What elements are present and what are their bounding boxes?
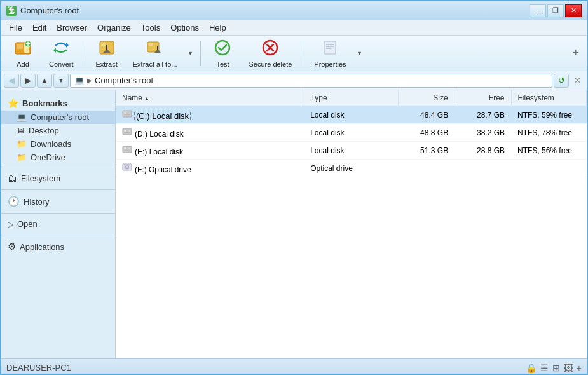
table-row[interactable]: (E:) Local disk Local disk 51.3 GB 28.8 … <box>116 142 587 160</box>
file-free: 38.2 GB <box>455 124 511 142</box>
forward-button[interactable]: ▶ <box>20 74 36 88</box>
sidebar-item-open[interactable]: ▷ Open <box>1 216 115 232</box>
extract-all-label: Extract all to... <box>133 60 177 68</box>
svg-rect-26 <box>124 112 126 114</box>
menu-options[interactable]: Options <box>165 22 204 34</box>
svg-rect-21 <box>324 41 336 54</box>
sidebar-item-downloads[interactable]: 📁 Downloads <box>1 137 115 151</box>
file-icon <box>122 109 135 119</box>
table-row[interactable]: (C:) Local disk Local disk 48.4 GB 28.7 … <box>116 106 587 124</box>
secure-delete-button[interactable]: Secure delete <box>242 38 299 69</box>
path-chevron-1: ▶ <box>87 77 92 84</box>
menu-edit[interactable]: Edit <box>27 22 51 34</box>
menu-organize[interactable]: Organize <box>92 22 136 34</box>
file-free <box>455 160 511 177</box>
file-type: Local disk <box>304 142 398 160</box>
file-filesystem: NTFS, 78% free <box>511 124 587 142</box>
status-plus-icon[interactable]: + <box>577 363 582 373</box>
app-icon: 🗜 <box>6 6 17 16</box>
svg-point-35 <box>128 147 130 149</box>
col-header-name[interactable]: Name <box>116 90 304 106</box>
svg-text:+: + <box>25 39 31 48</box>
sidebar-item-history[interactable]: 🕐 History <box>1 193 115 210</box>
extract-all-button[interactable]: Extract all to... <box>126 38 184 69</box>
up-button[interactable]: ▲ <box>37 74 52 88</box>
table-row[interactable]: (F:) Optical drive Optical drive <box>116 160 587 177</box>
toolbar-add-more[interactable]: + <box>568 46 583 60</box>
file-type: Local disk <box>304 106 398 124</box>
svg-text:🗜: 🗜 <box>8 6 16 15</box>
menu-tools[interactable]: Tools <box>136 22 165 34</box>
svg-marker-7 <box>66 43 69 48</box>
properties-dropdown[interactable]: ▼ <box>353 38 366 69</box>
properties-icon <box>321 39 339 59</box>
bookmarks-header: ⭐ Bookmarks <box>1 95 115 111</box>
close-button[interactable]: ✕ <box>565 4 582 17</box>
file-free: 28.8 GB <box>455 142 511 160</box>
back-button[interactable]: ◀ <box>4 74 19 88</box>
file-table-body: (C:) Local disk Local disk 48.4 GB 28.7 … <box>116 106 587 177</box>
menu-file[interactable]: File <box>4 22 27 34</box>
file-free: 28.7 GB <box>455 106 511 124</box>
toolbar: + Add Convert Extract <box>1 36 587 71</box>
address-bar: ◀ ▶ ▲ ▼ 💻 ▶ Computer's root ↺ ✕ <box>1 71 587 90</box>
downloads-icon: 📁 <box>17 139 27 149</box>
downloads-label: Downloads <box>31 139 71 149</box>
file-icon <box>122 144 135 154</box>
title-bar: 🗜 Computer's root ─ ❐ ✕ <box>1 1 587 20</box>
file-name: (F:) Optical drive <box>116 160 304 177</box>
path-current: Computer's root <box>95 76 153 85</box>
sidebar-item-computers-root[interactable]: 💻 Computer's root <box>1 111 115 124</box>
address-path[interactable]: 💻 ▶ Computer's root <box>70 74 552 88</box>
list-view-icon[interactable]: ☰ <box>540 363 549 373</box>
convert-button[interactable]: Convert <box>42 38 81 69</box>
file-size: 48.8 GB <box>398 124 455 142</box>
file-panel: Name Type Size Free Filesystem (C:) Loca… <box>116 90 587 358</box>
lock-icon[interactable]: 🔒 <box>526 363 537 373</box>
desktop-icon: 🖥 <box>17 126 25 135</box>
path-computer-icon: 💻 <box>74 76 85 85</box>
extract-all-dropdown[interactable]: ▼ <box>184 38 196 69</box>
status-left: DEARUSER-PC1 <box>6 363 71 372</box>
file-filesystem: NTFS, 59% free <box>511 106 587 124</box>
bookmarks-label: Bookmarks <box>22 99 67 108</box>
col-header-type[interactable]: Type <box>304 90 398 106</box>
test-icon <box>214 39 231 59</box>
address-close-button[interactable]: ✕ <box>570 74 584 88</box>
menu-help[interactable]: Help <box>204 22 231 34</box>
sidebar: ⭐ Bookmarks 💻 Computer's root 🖥 Desktop … <box>1 90 116 358</box>
file-type: Local disk <box>304 124 398 142</box>
file-name: (E:) Local disk <box>116 142 304 160</box>
menu-browser[interactable]: Browser <box>51 22 92 34</box>
refresh-button[interactable]: ↺ <box>554 74 569 88</box>
svg-point-17 <box>215 41 229 55</box>
test-button[interactable]: Test <box>205 38 240 69</box>
svg-rect-10 <box>101 43 106 46</box>
restore-button[interactable]: ❐ <box>547 4 564 17</box>
file-size: 48.4 GB <box>398 106 455 124</box>
file-type: Optical drive <box>304 160 398 177</box>
status-bar: DEARUSER-PC1 🔒 ☰ ⊞ 🖼 + <box>1 358 587 375</box>
minimize-button[interactable]: ─ <box>530 4 546 17</box>
sidebar-item-desktop[interactable]: 🖥 Desktop <box>1 124 115 137</box>
col-header-free[interactable]: Free <box>455 90 511 106</box>
add-button[interactable]: + Add <box>5 38 41 69</box>
sidebar-item-onedrive[interactable]: 📁 OneDrive <box>1 151 115 164</box>
svg-rect-14 <box>149 43 153 46</box>
properties-button[interactable]: Properties <box>307 38 353 69</box>
extract-button[interactable]: Extract <box>89 38 125 69</box>
preview-icon[interactable]: 🖼 <box>564 363 573 373</box>
sidebar-divider-4 <box>1 235 115 235</box>
col-header-size[interactable]: Size <box>398 90 455 106</box>
table-row[interactable]: (D:) Local disk Local disk 48.8 GB 38.2 … <box>116 124 587 142</box>
properties-group: Properties ▼ <box>307 38 366 69</box>
sidebar-item-applications[interactable]: ⚙ Applications <box>1 238 115 256</box>
path-dropdown-button[interactable]: ▼ <box>53 74 69 88</box>
toolbar-separator-2 <box>200 41 201 66</box>
sidebar-item-filesystem[interactable]: 🗂 Filesystem <box>1 170 115 187</box>
history-label: History <box>24 197 49 207</box>
grid-view-icon[interactable]: ⊞ <box>552 363 560 373</box>
col-header-filesystem[interactable]: Filesystem <box>511 90 587 106</box>
filesystem-icon: 🗂 <box>8 173 17 184</box>
computers-root-label: Computer's root <box>31 112 89 122</box>
